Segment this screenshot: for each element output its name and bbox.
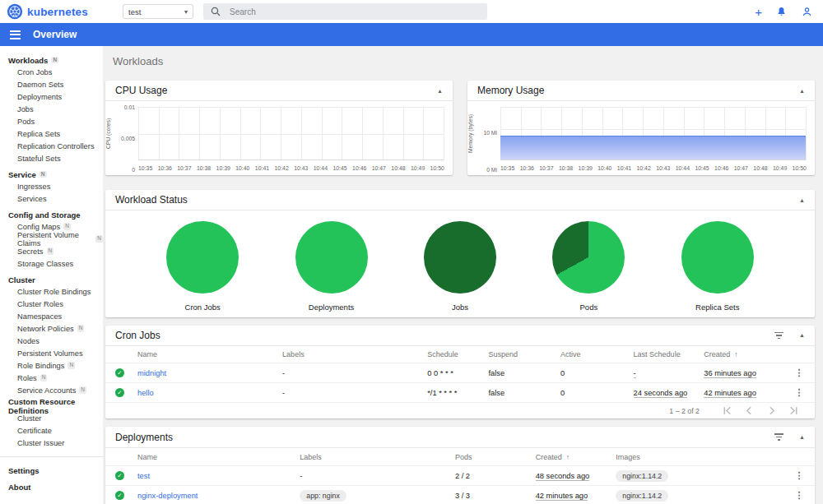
row-menu-button[interactable]: ⋮ <box>790 490 808 501</box>
image-chip: nginx:1.14.2 <box>616 490 668 502</box>
sidebar-item[interactable]: Persistent Volumes <box>0 347 103 359</box>
col-labels: Labels <box>282 350 427 358</box>
cell-active: 0 <box>560 369 634 377</box>
previous-page-button[interactable] <box>738 405 760 416</box>
search-input[interactable] <box>228 7 480 17</box>
cpu-y-axis-label: CPU (cores) <box>103 107 115 160</box>
col-created-sort[interactable]: Created↑ <box>536 453 616 461</box>
workload-status-chart: Replica Sets <box>681 221 754 312</box>
sidebar-section-config-storage[interactable]: Config and Storage <box>0 209 103 220</box>
sidebar-item[interactable]: Jobs <box>0 103 103 115</box>
sidebar-item[interactable]: Deployments <box>0 90 103 103</box>
sidebar-item[interactable]: Storage Classes <box>0 257 103 270</box>
collapse-icon[interactable]: ▲ <box>797 196 807 205</box>
sidebar-item[interactable]: Daemon Sets <box>0 78 103 90</box>
filter-icon[interactable] <box>774 330 784 341</box>
cronjob-name-link[interactable]: midnight <box>137 369 282 377</box>
namespaced-badge: N <box>63 223 71 230</box>
cell-last-schedule: 24 seconds ago <box>634 389 704 397</box>
pie-label: Deployments <box>309 303 354 312</box>
first-page-button[interactable] <box>716 405 738 416</box>
collapse-icon[interactable]: ▲ <box>797 331 807 340</box>
create-resource-button[interactable]: + <box>751 4 765 20</box>
sidebar-item[interactable]: Services <box>0 192 103 205</box>
workload-status-title: Workload Status <box>115 194 188 206</box>
sidebar-item[interactable]: Persistent Volume ClaimsN <box>0 233 103 245</box>
cron-jobs-table-header: Name Labels Schedule Suspend Active Last… <box>105 346 815 363</box>
collapse-icon[interactable]: ▲ <box>435 86 444 95</box>
pie-label: Cron Jobs <box>185 303 221 312</box>
sidebar-item[interactable]: Stateful Sets <box>0 152 103 164</box>
cell-active: 0 <box>560 389 634 397</box>
memory-x-axis-labels: 10:3510:3610:3710:3810:3910:4010:4110:42… <box>500 160 807 171</box>
deployment-name-link[interactable]: nginx-deployment <box>137 492 300 500</box>
sidebar-item[interactable]: Role BindingsN <box>0 359 103 372</box>
sidebar-section-service[interactable]: Service N <box>0 169 103 180</box>
row-menu-button[interactable]: ⋮ <box>790 368 808 378</box>
search-bar[interactable] <box>203 3 487 20</box>
sidebar-item[interactable]: Replication Controllers <box>0 140 103 152</box>
row-menu-button[interactable]: ⋮ <box>790 387 808 398</box>
cpu-x-axis-labels: 10:3510:3610:3710:3810:3910:4010:4110:42… <box>138 160 444 171</box>
sort-asc-icon: ↑ <box>734 350 737 358</box>
sidebar-item-about[interactable]: About <box>0 479 103 495</box>
sidebar-crd-items: ClusterCertificateCluster Issuer <box>0 412 103 449</box>
col-suspend: Suspend <box>488 350 560 358</box>
sidebar-item[interactable]: Service AccountsN <box>0 384 103 396</box>
deployment-name-link[interactable]: test <box>137 472 300 480</box>
next-page-button[interactable] <box>760 405 783 416</box>
namespaced-badge: N <box>47 247 54 255</box>
sidebar-item[interactable]: Cluster Role Bindings <box>0 285 103 298</box>
workload-status-chart: Pods <box>552 221 625 312</box>
sidebar-item[interactable]: Cluster Issuer <box>0 437 103 449</box>
deployments-table-header: Name Labels Pods Created↑ Images <box>105 448 815 466</box>
sidebar-item[interactable]: Nodes <box>0 335 103 347</box>
page-title: Workloads <box>113 55 815 67</box>
user-menu-button[interactable] <box>797 4 816 20</box>
row-menu-button[interactable]: ⋮ <box>790 470 808 481</box>
cell-pods: 2 / 2 <box>455 472 536 480</box>
sidebar-item[interactable]: Ingresses <box>0 180 103 192</box>
sidebar-item[interactable]: RolesN <box>0 372 103 384</box>
sidebar-item[interactable]: Network PoliciesN <box>0 322 103 335</box>
col-name: Name <box>137 453 300 461</box>
cell-schedule: 0 0 * * * <box>427 369 488 377</box>
col-created-sort[interactable]: Created↑ <box>704 350 790 358</box>
notifications-button[interactable] <box>772 4 791 20</box>
col-name: Name <box>137 350 282 358</box>
sidebar-section-cluster[interactable]: Cluster <box>0 274 103 285</box>
cell-pods: 3 / 3 <box>455 492 536 500</box>
last-page-button[interactable] <box>783 405 805 416</box>
namespace-selector[interactable]: test ▾ <box>123 4 193 19</box>
filter-icon[interactable] <box>774 431 784 442</box>
cronjob-name-link[interactable]: hello <box>137 389 282 397</box>
cron-jobs-card: Cron Jobs ▲ Name Labels Schedule Suspend… <box>105 326 815 418</box>
menu-button[interactable] <box>8 29 22 41</box>
sort-asc-icon: ↑ <box>566 453 570 461</box>
namespaced-badge: N <box>40 171 47 178</box>
cell-images: nginx:1.14.2 <box>616 490 790 502</box>
memory-y-axis: Memory (bytes) 10 Mi 0 Mi <box>471 107 500 171</box>
collapse-icon[interactable]: ▲ <box>797 86 807 95</box>
namespaced-badge: N <box>67 362 75 369</box>
sidebar-item[interactable]: Pods <box>0 115 103 127</box>
pie-label: Replica Sets <box>695 303 739 312</box>
sidebar-item-settings[interactable]: Settings <box>0 462 103 479</box>
sidebar-section-crd[interactable]: Custom Resource Definitions <box>0 400 103 412</box>
image-chip: nginx:1.14.2 <box>616 470 668 482</box>
workload-pie <box>552 221 625 294</box>
label-chip: app: nginx <box>300 490 346 502</box>
sidebar-item[interactable]: Cron Jobs <box>0 66 103 78</box>
cpu-usage-title: CPU Usage <box>115 85 167 96</box>
workload-pie <box>681 221 754 294</box>
sidebar-item[interactable]: Replica Sets <box>0 127 103 140</box>
sidebar-item[interactable]: Cluster Roles <box>0 298 103 310</box>
cpu-y-axis: CPU (cores) 0.01 0.005 0 <box>109 107 138 171</box>
sidebar-item[interactable]: Namespaces <box>0 310 103 322</box>
sidebar-item[interactable]: Certificate <box>0 424 103 437</box>
header-actions: + <box>751 4 816 20</box>
namespaced-badge: N <box>79 386 86 394</box>
sidebar-section-workloads[interactable]: Workloads N <box>0 54 103 66</box>
collapse-icon[interactable]: ▲ <box>797 432 807 442</box>
pie-label: Pods <box>580 303 598 312</box>
